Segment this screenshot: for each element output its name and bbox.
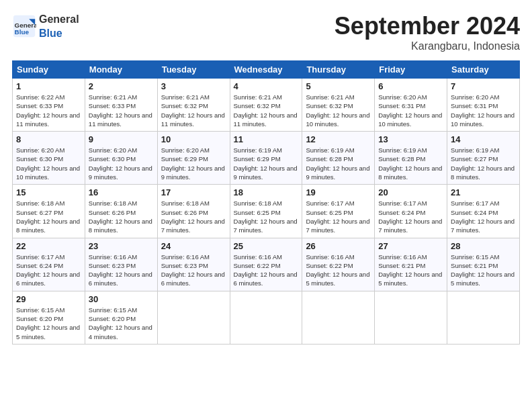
table-row	[302, 291, 375, 344]
logo-blue: Blue	[39, 28, 62, 39]
table-row: 6 Sunrise: 6:20 AM Sunset: 6:31 PM Dayli…	[375, 79, 447, 132]
day-info: Sunrise: 6:16 AM Sunset: 6:21 PM Dayligh…	[378, 253, 443, 288]
logo-general: General	[39, 13, 79, 25]
logo: General Blue General Blue	[12, 12, 79, 40]
table-row: 9 Sunrise: 6:20 AM Sunset: 6:30 PM Dayli…	[85, 132, 157, 185]
day-info: Sunrise: 6:20 AM Sunset: 6:31 PM Dayligh…	[451, 93, 516, 128]
day-number: 8	[16, 134, 81, 144]
table-row: 26 Sunrise: 6:16 AM Sunset: 6:22 PM Dayl…	[302, 238, 375, 291]
day-info: Sunrise: 6:21 AM Sunset: 6:32 PM Dayligh…	[161, 93, 226, 128]
day-number: 23	[89, 241, 154, 251]
day-info: Sunrise: 6:20 AM Sunset: 6:29 PM Dayligh…	[161, 146, 226, 181]
day-number: 5	[306, 81, 371, 91]
col-tuesday: Tuesday	[157, 61, 230, 79]
table-row	[157, 291, 230, 344]
day-number: 30	[89, 294, 154, 304]
day-number: 1	[16, 81, 81, 91]
table-row: 16 Sunrise: 6:18 AM Sunset: 6:26 PM Dayl…	[85, 185, 157, 238]
day-number: 10	[161, 134, 226, 144]
day-number: 17	[161, 187, 226, 197]
table-row: 4 Sunrise: 6:21 AM Sunset: 6:32 PM Dayli…	[230, 79, 302, 132]
title-block: September 2024 Karangbaru, Indonesia	[335, 12, 520, 52]
col-saturday: Saturday	[447, 61, 520, 79]
calendar-week-row: 29 Sunrise: 6:15 AM Sunset: 6:20 PM Dayl…	[13, 291, 520, 344]
table-row: 30 Sunrise: 6:15 AM Sunset: 6:20 PM Dayl…	[85, 291, 157, 344]
day-info: Sunrise: 6:19 AM Sunset: 6:27 PM Dayligh…	[451, 146, 516, 181]
day-number: 7	[451, 81, 516, 91]
day-info: Sunrise: 6:18 AM Sunset: 6:26 PM Dayligh…	[89, 199, 154, 234]
calendar-week-row: 15 Sunrise: 6:18 AM Sunset: 6:27 PM Dayl…	[13, 185, 520, 238]
calendar-container: General Blue General Blue September 2024…	[0, 0, 532, 351]
day-number: 22	[16, 241, 81, 251]
table-row: 23 Sunrise: 6:16 AM Sunset: 6:23 PM Dayl…	[85, 238, 157, 291]
calendar-header-row: Sunday Monday Tuesday Wednesday Thursday…	[13, 61, 520, 79]
col-thursday: Thursday	[302, 61, 375, 79]
table-row: 2 Sunrise: 6:21 AM Sunset: 6:33 PM Dayli…	[85, 79, 157, 132]
day-info: Sunrise: 6:22 AM Sunset: 6:33 PM Dayligh…	[16, 93, 81, 128]
day-info: Sunrise: 6:15 AM Sunset: 6:20 PM Dayligh…	[16, 306, 81, 341]
day-info: Sunrise: 6:18 AM Sunset: 6:25 PM Dayligh…	[234, 199, 299, 234]
table-row: 29 Sunrise: 6:15 AM Sunset: 6:20 PM Dayl…	[13, 291, 85, 344]
col-sunday: Sunday	[13, 61, 85, 79]
day-info: Sunrise: 6:17 AM Sunset: 6:24 PM Dayligh…	[378, 199, 443, 234]
day-info: Sunrise: 6:21 AM Sunset: 6:33 PM Dayligh…	[89, 93, 154, 128]
day-info: Sunrise: 6:20 AM Sunset: 6:31 PM Dayligh…	[378, 93, 443, 128]
table-row: 3 Sunrise: 6:21 AM Sunset: 6:32 PM Dayli…	[157, 79, 230, 132]
location-title: Karangbaru, Indonesia	[335, 40, 520, 52]
col-friday: Friday	[375, 61, 447, 79]
table-row: 22 Sunrise: 6:17 AM Sunset: 6:24 PM Dayl…	[13, 238, 85, 291]
col-wednesday: Wednesday	[230, 61, 302, 79]
table-row: 17 Sunrise: 6:18 AM Sunset: 6:26 PM Dayl…	[157, 185, 230, 238]
day-info: Sunrise: 6:15 AM Sunset: 6:21 PM Dayligh…	[451, 253, 516, 288]
day-number: 19	[306, 187, 371, 197]
day-info: Sunrise: 6:18 AM Sunset: 6:27 PM Dayligh…	[16, 199, 81, 234]
day-number: 27	[378, 241, 443, 251]
day-number: 3	[161, 81, 226, 91]
day-number: 15	[16, 187, 81, 197]
day-info: Sunrise: 6:20 AM Sunset: 6:30 PM Dayligh…	[89, 146, 154, 181]
svg-text:Blue: Blue	[15, 28, 30, 36]
day-info: Sunrise: 6:19 AM Sunset: 6:28 PM Dayligh…	[306, 146, 371, 181]
day-number: 28	[451, 241, 516, 251]
calendar-week-row: 8 Sunrise: 6:20 AM Sunset: 6:30 PM Dayli…	[13, 132, 520, 185]
day-number: 12	[306, 134, 371, 144]
table-row: 12 Sunrise: 6:19 AM Sunset: 6:28 PM Dayl…	[302, 132, 375, 185]
day-number: 4	[234, 81, 299, 91]
table-row: 11 Sunrise: 6:19 AM Sunset: 6:29 PM Dayl…	[230, 132, 302, 185]
day-info: Sunrise: 6:17 AM Sunset: 6:24 PM Dayligh…	[451, 199, 516, 234]
day-number: 20	[378, 187, 443, 197]
table-row: 10 Sunrise: 6:20 AM Sunset: 6:29 PM Dayl…	[157, 132, 230, 185]
day-info: Sunrise: 6:16 AM Sunset: 6:23 PM Dayligh…	[161, 253, 226, 288]
day-info: Sunrise: 6:21 AM Sunset: 6:32 PM Dayligh…	[234, 93, 299, 128]
table-row: 7 Sunrise: 6:20 AM Sunset: 6:31 PM Dayli…	[447, 79, 520, 132]
day-info: Sunrise: 6:15 AM Sunset: 6:20 PM Dayligh…	[89, 306, 154, 341]
table-row	[230, 291, 302, 344]
table-row: 28 Sunrise: 6:15 AM Sunset: 6:21 PM Dayl…	[447, 238, 520, 291]
day-number: 24	[161, 241, 226, 251]
day-info: Sunrise: 6:18 AM Sunset: 6:26 PM Dayligh…	[161, 199, 226, 234]
day-info: Sunrise: 6:17 AM Sunset: 6:25 PM Dayligh…	[306, 199, 371, 234]
day-number: 14	[451, 134, 516, 144]
table-row: 5 Sunrise: 6:21 AM Sunset: 6:32 PM Dayli…	[302, 79, 375, 132]
calendar-table: Sunday Monday Tuesday Wednesday Thursday…	[12, 60, 520, 345]
table-row: 15 Sunrise: 6:18 AM Sunset: 6:27 PM Dayl…	[13, 185, 85, 238]
table-row: 27 Sunrise: 6:16 AM Sunset: 6:21 PM Dayl…	[375, 238, 447, 291]
table-row	[447, 291, 520, 344]
day-number: 9	[89, 134, 154, 144]
day-info: Sunrise: 6:21 AM Sunset: 6:32 PM Dayligh…	[306, 93, 371, 128]
table-row: 1 Sunrise: 6:22 AM Sunset: 6:33 PM Dayli…	[13, 79, 85, 132]
day-number: 13	[378, 134, 443, 144]
day-number: 21	[451, 187, 516, 197]
table-row: 19 Sunrise: 6:17 AM Sunset: 6:25 PM Dayl…	[302, 185, 375, 238]
day-number: 29	[16, 294, 81, 304]
table-row: 24 Sunrise: 6:16 AM Sunset: 6:23 PM Dayl…	[157, 238, 230, 291]
calendar-week-row: 22 Sunrise: 6:17 AM Sunset: 6:24 PM Dayl…	[13, 238, 520, 291]
table-row: 14 Sunrise: 6:19 AM Sunset: 6:27 PM Dayl…	[447, 132, 520, 185]
day-number: 16	[89, 187, 154, 197]
logo-text: General Blue	[39, 12, 79, 40]
calendar-week-row: 1 Sunrise: 6:22 AM Sunset: 6:33 PM Dayli…	[13, 79, 520, 132]
day-number: 26	[306, 241, 371, 251]
table-row: 18 Sunrise: 6:18 AM Sunset: 6:25 PM Dayl…	[230, 185, 302, 238]
col-monday: Monday	[85, 61, 157, 79]
header-row: General Blue General Blue September 2024…	[12, 12, 520, 52]
